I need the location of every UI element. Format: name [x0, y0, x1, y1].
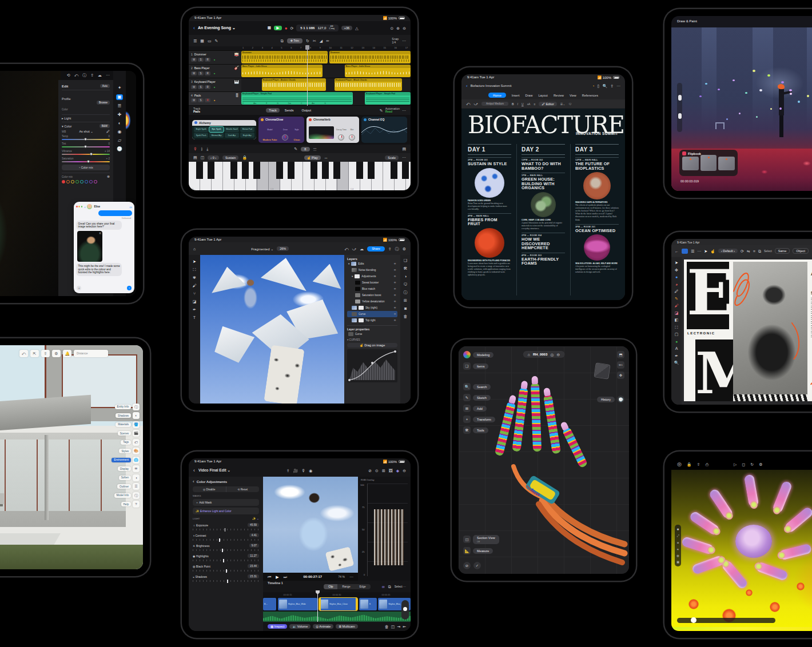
track-tab[interactable]: Track — [266, 108, 280, 113]
undo-icon[interactable]: ⤺ — [74, 73, 78, 77]
copy-icon[interactable]: ⧉ — [281, 39, 284, 43]
preset[interactable]: Minimal Arp — [209, 133, 224, 138]
flip-icon[interactable]: ⇋ — [747, 249, 750, 253]
font-field[interactable]: Antipol Medium — [481, 102, 508, 106]
clip-mode[interactable]: Clip — [324, 584, 337, 589]
curves-section[interactable]: ▾ CURVES — [347, 338, 397, 341]
info-icon[interactable]: ⓘ — [404, 290, 408, 294]
region-icon[interactable]: ▭ — [208, 39, 212, 43]
cursor-icon[interactable]: ➤ — [704, 249, 707, 253]
tags-icon[interactable]: 🏷 — [133, 439, 140, 446]
snap-icon[interactable]: ✥ — [617, 372, 624, 379]
split-keyboard-icon[interactable]: ◫ — [201, 155, 205, 159]
layer-row[interactable]: Saturation boost👁 — [347, 292, 397, 298]
lens-icon[interactable]: ◉ — [118, 130, 122, 134]
render-settings-icon[interactable]: ⚙ — [759, 462, 762, 466]
preset-selected[interactable]: Epic Synth — [209, 127, 224, 132]
chromaglow-plugin[interactable]: ChromaGlow ModelModern Tube Drive StyleC… — [258, 117, 304, 143]
brush-slider-rail[interactable] — [677, 83, 682, 132]
materials-button[interactable]: Materials — [116, 422, 131, 427]
add-icon[interactable]: ⊞ — [463, 405, 471, 412]
camera-icon[interactable]: 🎥 — [293, 469, 298, 473]
contact-avatar[interactable] — [87, 204, 92, 209]
layer-row[interactable]: Top right👁 — [347, 317, 397, 324]
automation-pen-icon[interactable]: ✎ — [380, 109, 383, 113]
enhance-button[interactable]: ✨ Enhance Light and Color — [193, 508, 259, 514]
track-header-bass[interactable]: 2Bass Player🎸 MSR● — [189, 65, 241, 78]
transform-icon[interactable]: ⌖ — [463, 416, 471, 423]
speed-icon[interactable]: ⊘ — [368, 469, 372, 473]
clip[interactable]: B… — [263, 598, 276, 610]
minimize-icon[interactable]: ⊖ — [403, 26, 406, 30]
entity-info-icon[interactable]: ⓘ — [133, 404, 140, 410]
play-mode-button[interactable]: ☝ Play — [304, 155, 321, 160]
light-icon[interactable]: ☀ — [676, 548, 679, 551]
measure-icon[interactable]: 📐 — [463, 547, 471, 554]
red-dot[interactable] — [62, 180, 65, 183]
save-icon[interactable]: ⎙ — [705, 462, 708, 466]
more-icon[interactable]: ⋯ — [402, 109, 406, 113]
shadows-slider[interactable] — [193, 580, 259, 582]
outliner-button[interactable]: Outliner — [117, 484, 131, 489]
disable-button[interactable]: ◎ Disable — [193, 486, 226, 492]
region[interactable]: Drummer — [329, 51, 411, 63]
layer-row[interactable]: Noise blending👁 — [347, 267, 397, 273]
smart-controls-button[interactable]: 🎚 — [301, 147, 310, 151]
search-icon[interactable]: 🔍 — [463, 383, 471, 390]
text-tool-icon[interactable]: T — [193, 315, 196, 319]
clip[interactable]: Skyline_Blue_Wide — [278, 598, 318, 610]
layers-panel-icon[interactable]: ❏ — [404, 258, 407, 262]
redo-icon[interactable]: ⤻ — [473, 102, 477, 106]
split-tool-icon[interactable]: ✂ — [313, 39, 316, 43]
glide-icon[interactable]: ↔ — [324, 155, 328, 159]
crop-tool-icon[interactable]: ⛶ — [675, 325, 678, 329]
viewer[interactable] — [263, 477, 358, 573]
tab-view[interactable]: View — [570, 94, 576, 97]
soften-button[interactable]: Soften — [119, 476, 131, 480]
pen-tool-icon[interactable]: ✒ — [193, 307, 196, 311]
text-style-icon[interactable]: ᴀA — [527, 102, 531, 106]
editors-icon[interactable]: ▦ — [200, 39, 204, 43]
crop-icon[interactable]: ▣ — [116, 94, 123, 100]
video-call-icon[interactable]: ▭ — [129, 205, 132, 209]
temp-slider[interactable] — [62, 139, 110, 140]
help-icon[interactable]: ⓘ — [395, 247, 399, 251]
text-tool-icon[interactable]: A — [675, 346, 678, 350]
playhead-handle[interactable] — [305, 45, 309, 50]
sketch-icon[interactable]: ✎ — [463, 394, 471, 401]
preset[interactable]: Bright Arp — [240, 133, 254, 138]
orientation-cube[interactable] — [594, 362, 610, 379]
region[interactable]: Keyboard Player - Block Chords — [335, 78, 402, 91]
confirm-icon[interactable]: ✓ — [473, 562, 481, 569]
flipbook-panel[interactable]: Flipbook — [679, 150, 738, 176]
info-icon[interactable]: ⓘ — [82, 73, 86, 77]
slider-value[interactable]: 45.59 — [248, 523, 259, 527]
audio-track[interactable] — [263, 612, 411, 622]
transform-tool[interactable]: Transform — [473, 417, 495, 422]
traffic-lights[interactable] — [76, 206, 82, 207]
undo-icon[interactable]: ⤺ — [344, 247, 348, 251]
ar-icon[interactable]: ⬒ — [617, 351, 624, 358]
settings-icon[interactable]: ⚙ — [52, 350, 61, 357]
clip-zoom-slider[interactable] — [401, 600, 409, 620]
units-icon[interactable]: M:1 — [617, 361, 624, 369]
mic-icon[interactable]: 🎙 — [193, 147, 197, 151]
solo-button[interactable]: S — [198, 58, 204, 62]
camera-icon[interactable]: ⧇ — [677, 541, 679, 545]
orbit-icon[interactable]: ⤢ — [676, 534, 679, 538]
present-icon[interactable]: ▯ — [598, 84, 600, 88]
layer-row[interactable]: Sweat booster👁 — [347, 279, 397, 286]
playhead[interactable] — [307, 45, 308, 106]
undo-icon[interactable]: ⤺ — [466, 102, 470, 106]
color-wheel-icon[interactable]: ◔ — [592, 84, 594, 88]
items-menu[interactable]: Items — [473, 364, 488, 369]
preset[interactable]: Bright Synth — [194, 127, 208, 132]
back-icon[interactable]: ‹ — [193, 25, 195, 31]
lock-icon[interactable]: 🔒 — [687, 462, 692, 466]
transform-tool-icon[interactable]: ⛶ — [193, 267, 196, 271]
mask-icon[interactable]: ◙ — [404, 306, 407, 310]
italic-button[interactable]: I — [518, 102, 518, 106]
menu-icon[interactable]: ☰ — [691, 249, 694, 253]
layer-row[interactable]: Sky (right)👁 — [347, 305, 397, 311]
saturation-slider[interactable] — [62, 161, 110, 162]
